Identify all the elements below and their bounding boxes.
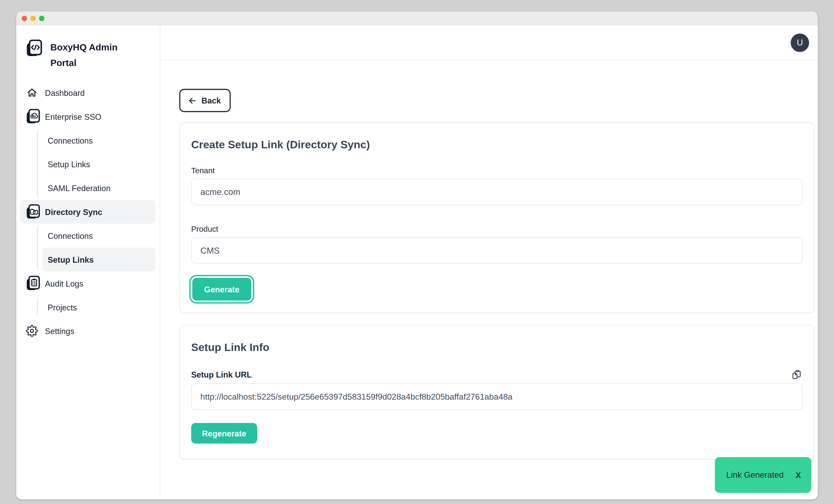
sidebar-subitem-label: Setup Links xyxy=(48,159,90,169)
arrow-left-icon xyxy=(187,96,197,106)
sso-cloud-card-icon xyxy=(26,109,40,124)
sidebar-subitem-dsync-setup-links[interactable]: Setup Links xyxy=(42,247,155,271)
sidebar-subitem-projects[interactable]: Projects xyxy=(16,295,160,319)
directory-folder-card-icon xyxy=(26,204,40,219)
sidebar-item-directory-sync[interactable]: Directory Sync xyxy=(20,200,155,224)
sidebar-item-label: Settings xyxy=(45,326,74,335)
setup-link-url-input[interactable] xyxy=(191,384,803,410)
toast-message: Link Generated xyxy=(726,470,784,480)
sidebar-item-label: Enterprise SSO xyxy=(45,112,102,121)
audit-clipboard-card-icon xyxy=(26,276,40,291)
top-bar: U xyxy=(160,25,818,60)
info-card-title: Setup Link Info xyxy=(191,339,803,355)
sidebar-subitem-label: Connections xyxy=(48,231,93,240)
user-avatar[interactable]: U xyxy=(791,33,809,52)
sidebar-subitem-label: SAML Federation xyxy=(48,183,111,193)
product-label: Product xyxy=(191,225,803,234)
window-titlebar xyxy=(16,12,818,25)
maximize-window-button[interactable] xyxy=(39,15,44,21)
sidebar-subitem-sso-setup-links[interactable]: Setup Links xyxy=(16,152,160,176)
back-button[interactable]: Back xyxy=(179,89,231,112)
enterprise-sso-subnav: Connections Setup Links SAML Federation xyxy=(16,128,160,200)
close-window-button[interactable] xyxy=(22,15,27,21)
toast-link-generated: Link Generated X xyxy=(715,457,811,493)
toast-close-button[interactable]: X xyxy=(796,470,801,480)
clipboard-copy-icon xyxy=(791,369,802,379)
copy-url-button[interactable] xyxy=(791,369,802,379)
page-content: Back Create Setup Link (Directory Sync) … xyxy=(160,60,818,500)
create-setup-link-card: Create Setup Link (Directory Sync) Tenan… xyxy=(179,123,815,313)
sidebar-subitem-saml-federation[interactable]: SAML Federation xyxy=(16,176,160,200)
sidebar-subitem-dsync-connections[interactable]: Connections xyxy=(16,224,160,247)
desktop-background: BoxyHQ Admin Portal Dashboard xyxy=(0,0,834,504)
sidebar-item-settings[interactable]: Settings xyxy=(16,319,160,343)
minimize-window-button[interactable] xyxy=(30,15,36,21)
sidebar-item-dashboard[interactable]: Dashboard xyxy=(16,81,160,105)
sidebar: BoxyHQ Admin Portal Dashboard xyxy=(16,25,160,499)
regenerate-button-label: Regenerate xyxy=(202,429,246,438)
boxyhq-logo-icon xyxy=(26,40,42,57)
home-icon xyxy=(26,87,38,98)
back-button-label: Back xyxy=(201,96,221,105)
gear-icon xyxy=(26,325,38,337)
generate-button[interactable]: Generate xyxy=(192,278,251,301)
product-input[interactable] xyxy=(191,237,803,264)
sidebar-item-audit-logs[interactable]: Audit Logs xyxy=(16,271,160,295)
tenant-input[interactable] xyxy=(191,179,803,205)
sidebar-subitem-label: Setup Links xyxy=(48,255,94,264)
sidebar-item-label: Audit Logs xyxy=(45,279,83,288)
setup-link-url-label: Setup Link URL xyxy=(191,370,251,379)
brand-title: BoxyHQ Admin Portal xyxy=(50,40,132,71)
sidebar-item-enterprise-sso[interactable]: Enterprise SSO xyxy=(16,105,160,128)
directory-sync-subnav: Connections Setup Links xyxy=(16,224,160,271)
sidebar-nav: Dashboard Enterprise SSO xyxy=(16,81,160,343)
avatar-initial: U xyxy=(797,38,803,47)
brand-logo-link[interactable]: BoxyHQ Admin Portal xyxy=(26,40,152,71)
create-card-title: Create Setup Link (Directory Sync) xyxy=(191,137,803,152)
sidebar-subitem-label: Projects xyxy=(48,302,77,311)
audit-logs-subnav: Projects xyxy=(16,295,160,319)
sidebar-item-label: Directory Sync xyxy=(45,207,102,216)
sidebar-subitem-sso-connections[interactable]: Connections xyxy=(16,128,160,152)
sidebar-item-label: Dashboard xyxy=(45,88,85,97)
main-area: U Back Create Setup Link (D xyxy=(160,25,818,499)
setup-link-info-card: Setup Link Info Setup Link URL xyxy=(179,325,815,459)
regenerate-button[interactable]: Regenerate xyxy=(191,423,257,443)
browser-window: BoxyHQ Admin Portal Dashboard xyxy=(16,12,818,499)
tenant-label: Tenant xyxy=(191,167,803,175)
sidebar-subitem-label: Connections xyxy=(48,136,93,145)
generate-button-label: Generate xyxy=(204,285,240,294)
